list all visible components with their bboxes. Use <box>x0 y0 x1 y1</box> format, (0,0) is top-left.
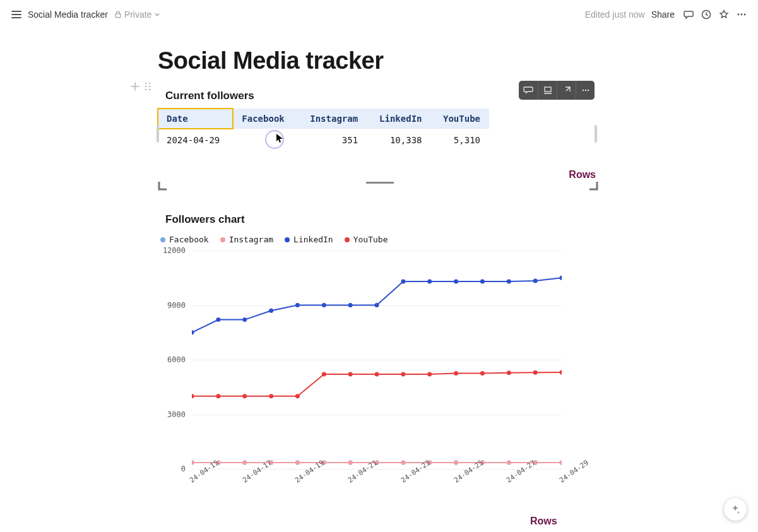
svg-point-47 <box>242 317 247 322</box>
y-axis-label: 0 <box>181 464 186 473</box>
align-icon[interactable] <box>538 81 557 100</box>
share-button[interactable]: Share <box>651 9 675 20</box>
legend-item: LinkedIn <box>285 235 333 244</box>
cell-facebook[interactable] <box>233 129 297 151</box>
cell-youtube[interactable]: 5,310 <box>431 129 490 151</box>
col-instagram[interactable]: Instagram <box>297 109 367 129</box>
block-handle <box>129 81 153 92</box>
svg-point-32 <box>242 460 247 464</box>
chart-heading: Followers chart <box>165 213 758 226</box>
svg-point-57 <box>507 280 511 284</box>
svg-point-55 <box>454 280 458 284</box>
add-block-button[interactable] <box>129 81 141 92</box>
svg-point-59 <box>560 276 562 280</box>
svg-point-52 <box>375 303 379 307</box>
svg-point-6 <box>145 86 147 88</box>
followers-table[interactable]: Date Facebook Instagram LinkedIn YouTube… <box>158 109 489 151</box>
svg-point-66 <box>348 372 353 377</box>
comments-icon[interactable] <box>680 6 697 23</box>
col-linkedin[interactable]: LinkedIn <box>367 109 430 129</box>
breadcrumb[interactable]: Social Media tracker <box>28 9 108 20</box>
legend-dot <box>285 237 290 242</box>
svg-point-5 <box>149 83 151 85</box>
svg-point-65 <box>322 372 326 377</box>
svg-point-61 <box>216 394 220 398</box>
menu-icon[interactable] <box>8 6 25 23</box>
chart-legend: Facebook Instagram LinkedIn YouTube <box>160 235 758 244</box>
svg-point-46 <box>216 317 220 322</box>
resize-handle[interactable] <box>366 182 394 184</box>
svg-point-60 <box>192 394 194 398</box>
svg-point-70 <box>454 371 458 375</box>
current-followers-block: Current followers Date Facebook Instagra… <box>158 90 595 194</box>
svg-point-40 <box>454 460 458 464</box>
svg-point-68 <box>401 372 405 377</box>
y-axis-label: 3000 <box>167 410 186 419</box>
svg-point-50 <box>322 303 326 307</box>
chart-canvas: 12000900060003000024-04-1524-04-1724-04-… <box>158 248 562 500</box>
svg-point-51 <box>348 303 353 307</box>
svg-point-1 <box>738 13 740 15</box>
sparkle-icon <box>730 504 741 515</box>
cell-date[interactable]: 2024-04-29 <box>158 129 233 151</box>
legend-label: Instagram <box>229 235 273 244</box>
legend-item: Facebook <box>160 235 209 244</box>
legend-dot <box>220 237 225 242</box>
table-header-row: Date Facebook Instagram LinkedIn YouTube <box>158 109 489 129</box>
topbar: Social Media tracker Private Edited just… <box>0 0 758 28</box>
block-more-icon[interactable] <box>576 81 595 100</box>
page-title: Social Media tracker <box>158 47 758 74</box>
svg-point-72 <box>507 370 511 375</box>
resize-handle[interactable] <box>595 125 597 143</box>
rows-link[interactable]: Rows <box>530 516 758 527</box>
legend-dot <box>160 237 165 242</box>
embed-footer: Rows <box>158 169 600 194</box>
svg-point-67 <box>375 372 379 377</box>
more-icon[interactable] <box>733 6 750 23</box>
legend-label: Facebook <box>169 235 209 244</box>
x-axis-label: 24-04-29 <box>558 459 590 485</box>
svg-point-58 <box>533 278 538 283</box>
svg-point-9 <box>149 89 151 91</box>
crop-mark-icon <box>158 180 169 192</box>
open-icon[interactable] <box>557 81 576 100</box>
block-toolbar <box>519 81 595 100</box>
cell-linkedin[interactable]: 10,338 <box>367 129 430 151</box>
svg-point-38 <box>401 460 405 464</box>
svg-point-74 <box>560 370 562 374</box>
resize-handle[interactable] <box>157 125 159 143</box>
history-icon[interactable] <box>697 6 715 23</box>
visibility-label: Private <box>124 9 152 20</box>
legend-item: YouTube <box>345 235 388 244</box>
y-axis-label: 12000 <box>163 246 186 255</box>
crop-mark-icon <box>588 180 600 192</box>
edited-status: Edited just now <box>585 9 645 20</box>
star-icon[interactable] <box>715 6 733 23</box>
legend-dot <box>345 237 350 242</box>
svg-point-3 <box>744 13 746 15</box>
col-date[interactable]: Date <box>158 109 233 129</box>
page: Social Media tracker Current followers D… <box>0 28 758 527</box>
visibility-private[interactable]: Private <box>114 9 161 20</box>
svg-point-14 <box>587 90 588 91</box>
col-youtube[interactable]: YouTube <box>431 109 490 129</box>
svg-point-62 <box>242 394 247 398</box>
svg-point-56 <box>480 280 485 284</box>
caption-icon[interactable] <box>519 81 538 100</box>
svg-point-42 <box>507 460 511 464</box>
svg-point-4 <box>145 83 147 85</box>
legend-item: Instagram <box>220 235 273 244</box>
svg-point-44 <box>560 460 562 464</box>
svg-point-71 <box>480 371 485 375</box>
svg-point-34 <box>295 460 300 464</box>
col-facebook[interactable]: Facebook <box>233 109 297 129</box>
svg-point-8 <box>145 89 147 91</box>
ai-fab[interactable] <box>724 498 747 521</box>
y-axis-label: 6000 <box>167 355 186 364</box>
cell-instagram[interactable]: 351 <box>297 129 367 151</box>
drag-handle-icon[interactable] <box>142 81 153 92</box>
rows-link[interactable]: Rows <box>569 169 596 180</box>
table-row[interactable]: 2024-04-29 351 10,338 5,310 <box>158 129 489 151</box>
chevron-down-icon <box>154 11 160 18</box>
svg-point-13 <box>584 90 586 91</box>
